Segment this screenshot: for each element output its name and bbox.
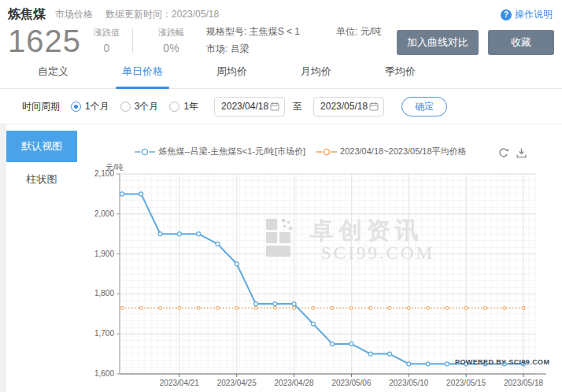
radio-3-month[interactable]: 3个月 bbox=[120, 100, 159, 113]
svg-text:2023/05/06: 2023/05/06 bbox=[331, 379, 371, 387]
svg-text:2023/04/25: 2023/04/25 bbox=[217, 379, 257, 387]
add-curve-compare-button[interactable]: 加入曲线对比 bbox=[397, 30, 479, 55]
svg-text:2023/05/15: 2023/05/15 bbox=[446, 379, 486, 387]
legend-item-series[interactable]: 炼焦煤--吕梁-主焦煤S<1-元/吨[市场价] bbox=[135, 146, 305, 157]
price-chart: 炼焦煤--吕梁-主焦煤S<1-元/吨[市场价] 2023/04/18~2023/… bbox=[94, 136, 562, 392]
radio-1-month[interactable]: 1个月 bbox=[71, 100, 109, 113]
legend-item-average[interactable]: 2023/04/18~2023/05/18平均价格 bbox=[316, 146, 467, 157]
confirm-button[interactable]: 确定 bbox=[401, 97, 447, 116]
radio-1-month-label: 1个月 bbox=[85, 100, 109, 113]
favorite-button[interactable]: 收藏 bbox=[488, 30, 554, 55]
radio-icon bbox=[71, 102, 81, 112]
date-range-separator: 至 bbox=[293, 100, 302, 113]
svg-text:2023/05/18: 2023/05/18 bbox=[504, 379, 543, 387]
market-label: 市场: 吕梁 bbox=[206, 41, 382, 58]
start-date-input[interactable] bbox=[221, 101, 270, 112]
svg-text:2023/04/28: 2023/04/28 bbox=[275, 379, 314, 387]
tab-daily-price[interactable]: 单日价格 bbox=[116, 65, 169, 88]
radio-1-year[interactable]: 1年 bbox=[169, 100, 198, 113]
main-area: 默认视图 柱状图 炼焦煤--吕梁-主焦煤S<1-元/吨[市场价] 2023/04… bbox=[0, 124, 562, 392]
tab-quarterly-avg[interactable]: 季均价 bbox=[379, 65, 422, 88]
spec-label: 规格型号: 主焦煤S < 1 bbox=[206, 24, 300, 41]
y-axis-unit-label: 元/吨 bbox=[105, 162, 124, 173]
legend-average-label: 2023/04/18~2023/05/18平均价格 bbox=[340, 146, 467, 157]
current-price: 1625 bbox=[8, 24, 81, 57]
tab-monthly-avg[interactable]: 月均价 bbox=[294, 65, 338, 88]
end-date-input-wrap bbox=[313, 97, 384, 116]
help-link[interactable]: ? 操作说明 bbox=[501, 8, 553, 21]
change-value-label: 涨跌值 bbox=[94, 27, 120, 39]
header: 炼焦煤 市场价格 数据更新时间：2023/05/18 ? 操作说明 1625 涨… bbox=[0, 0, 562, 57]
calendar-icon bbox=[369, 102, 379, 111]
end-date-input[interactable] bbox=[320, 101, 369, 112]
svg-text:1,900: 1,900 bbox=[94, 250, 114, 258]
tab-custom[interactable]: 自定义 bbox=[31, 65, 75, 88]
radio-icon bbox=[169, 102, 179, 112]
left-gutter bbox=[0, 124, 6, 392]
update-time: 数据更新时间：2023/05/18 bbox=[105, 8, 219, 21]
unit-label: 单位: 元/吨 bbox=[336, 24, 382, 41]
calendar-icon bbox=[270, 102, 279, 111]
tab-weekly-avg[interactable]: 周均价 bbox=[210, 65, 253, 88]
change-pct-label: 涨跌幅 bbox=[158, 27, 184, 39]
period-label: 时间周期 bbox=[22, 100, 60, 113]
plot-area: 1,6001,7001,8001,9002,0002,1002023/04/21… bbox=[94, 136, 562, 392]
svg-text:1,700: 1,700 bbox=[94, 329, 114, 338]
svg-text:2,000: 2,000 bbox=[94, 209, 114, 218]
line-marker-icon bbox=[135, 148, 155, 156]
svg-text:1,600: 1,600 bbox=[94, 369, 114, 378]
change-pct: 0% bbox=[158, 42, 184, 54]
divider bbox=[132, 29, 133, 53]
spec-block: 规格型号: 主焦煤S < 1 单位: 元/吨 市场: 吕梁 bbox=[206, 24, 382, 57]
update-time-label: 数据更新时间： bbox=[105, 9, 172, 20]
line-marker-icon bbox=[316, 148, 337, 156]
question-icon: ? bbox=[501, 9, 512, 20]
refresh-icon[interactable] bbox=[497, 147, 509, 159]
svg-text:2023/04/21: 2023/04/21 bbox=[160, 379, 199, 387]
sidebar-item-default-view[interactable]: 默认视图 bbox=[6, 131, 77, 162]
start-date-input-wrap bbox=[214, 97, 285, 116]
filter-bar: 时间周期 1个月 3个月 1年 至 确定 bbox=[0, 89, 562, 124]
svg-text:1,800: 1,800 bbox=[94, 290, 114, 298]
category-label: 市场价格 bbox=[55, 8, 93, 21]
help-label: 操作说明 bbox=[515, 8, 553, 21]
update-time-value: 2023/05/18 bbox=[172, 9, 219, 20]
radio-3-month-label: 3个月 bbox=[135, 100, 159, 113]
radio-1-year-label: 1年 bbox=[183, 100, 198, 113]
chart-legend: 炼焦煤--吕梁-主焦煤S<1-元/吨[市场价] 2023/04/18~2023/… bbox=[94, 146, 507, 157]
radio-icon bbox=[120, 102, 131, 112]
page-title: 炼焦煤 bbox=[8, 6, 46, 23]
change-pct-block: 涨跌幅 0% bbox=[158, 27, 184, 54]
change-value: 0 bbox=[94, 42, 120, 54]
svg-text:2023/05/10: 2023/05/10 bbox=[389, 379, 428, 387]
download-icon[interactable] bbox=[516, 147, 527, 159]
sidebar-item-bar-chart[interactable]: 柱状图 bbox=[6, 170, 77, 189]
legend-series-label: 炼焦煤--吕梁-主焦煤S<1-元/吨[市场价] bbox=[158, 146, 305, 157]
tab-bar: 自定义 单日价格 周均价 月均价 季均价 bbox=[0, 60, 562, 89]
change-value-block: 涨跌值 0 bbox=[94, 27, 120, 54]
